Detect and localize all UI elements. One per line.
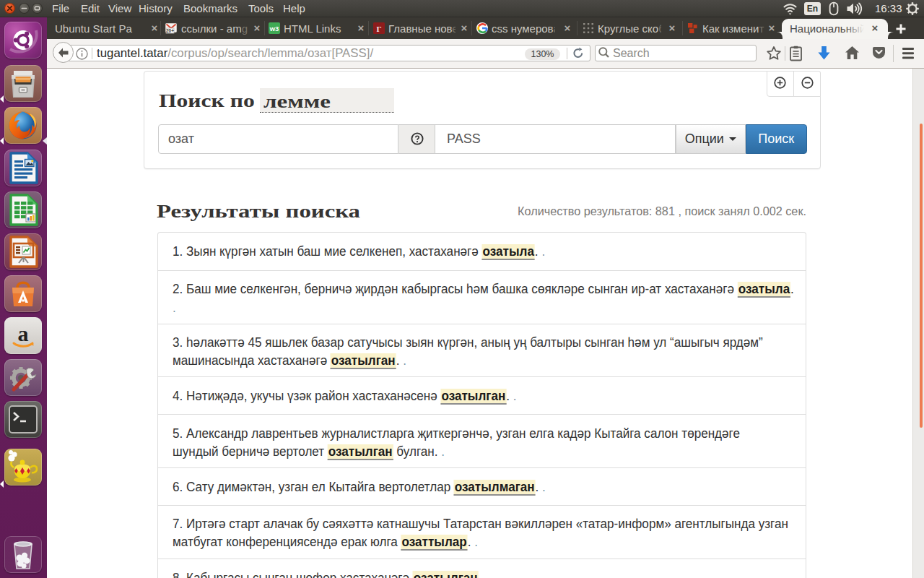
svg-text:20+: 20+ (166, 28, 174, 33)
svg-text:Г: Г (377, 25, 382, 33)
svg-text:w3: w3 (269, 25, 279, 33)
svg-text:a: a (18, 322, 29, 345)
